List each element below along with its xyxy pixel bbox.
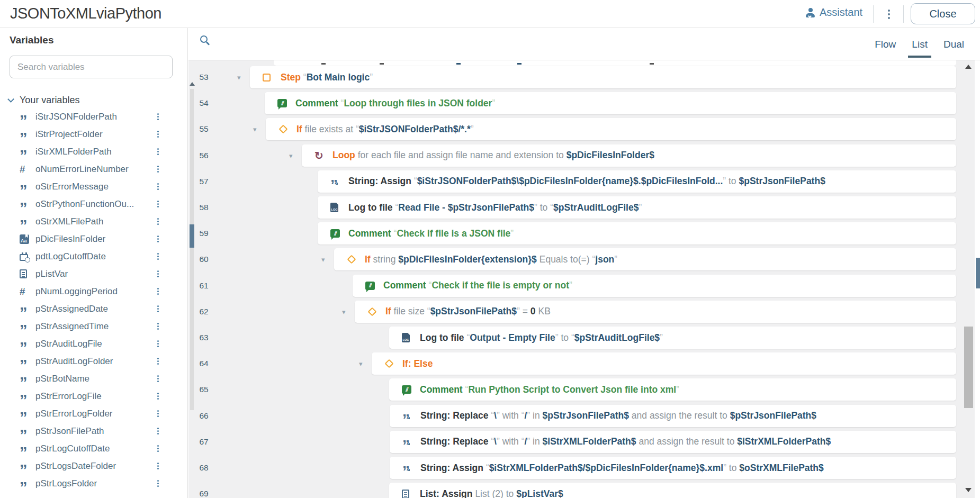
- scroll-up-arrow-icon[interactable]: [190, 82, 195, 86]
- variable-kebab-menu[interactable]: [154, 340, 161, 348]
- variable-kebab-menu[interactable]: [154, 287, 161, 296]
- variable-kebab-menu[interactable]: [154, 113, 161, 121]
- tab-dual[interactable]: Dual: [942, 39, 965, 50]
- action-row-66[interactable]: ”String: Replace “\” with “/” in $pStrJs…: [390, 405, 956, 427]
- if-action-icon: [384, 360, 402, 367]
- line-number: 66: [193, 411, 214, 421]
- list-scrollbar-track[interactable]: [963, 60, 975, 498]
- variable-kebab-menu[interactable]: [154, 427, 161, 436]
- collapse-chevron-icon[interactable]: ▾: [359, 360, 363, 367]
- action-row-64[interactable]: If: Else: [372, 352, 956, 375]
- variable-row-pStrJsonFilePath[interactable]: ”pStrJsonFilePath: [0, 422, 188, 440]
- variable-row-pStrAssignedTime[interactable]: ”pStrAssignedTime: [0, 318, 188, 335]
- action-row-63[interactable]: Log to file “Output - Empty File” to “$p…: [389, 327, 956, 349]
- variable-kebab-menu[interactable]: [154, 148, 161, 156]
- variable-row-pStrLogCutoffDate[interactable]: ”pStrLogCutoffDate: [0, 440, 188, 457]
- tab-list[interactable]: List: [911, 39, 929, 50]
- action-row-text: String: Assign “$iStrXMLFolderPath$/$pDi…: [420, 463, 824, 474]
- variable-name: oStrPythonFunctionOu...: [35, 199, 154, 210]
- variable-kebab-menu[interactable]: [154, 183, 161, 191]
- header-divider: [873, 5, 874, 23]
- variable-row-oNumErrorLineNumber[interactable]: #oNumErrorLineNumber: [0, 160, 188, 178]
- action-row-57[interactable]: ”String: Assign “$iStrJSONFolderPath$\$p…: [318, 170, 956, 193]
- variable-kebab-menu[interactable]: [154, 375, 161, 383]
- string-action-icon: ”: [402, 440, 420, 444]
- variable-kebab-menu[interactable]: [154, 322, 161, 331]
- scroll-up-arrow-icon[interactable]: [965, 65, 972, 69]
- variable-kebab-menu[interactable]: [154, 357, 161, 366]
- scroll-down-arrow-icon[interactable]: [965, 488, 972, 492]
- variable-row-oStrErrorMessage[interactable]: ”oStrErrorMessage: [0, 178, 188, 195]
- assistant-button[interactable]: Assistant: [806, 6, 862, 19]
- variable-row-pStrErrorLogFolder[interactable]: ”pStrErrorLogFolder: [0, 405, 188, 422]
- action-row-54[interactable]: //Comment “Loop through files in JSON fo…: [265, 92, 956, 114]
- variable-kebab-menu[interactable]: [154, 218, 161, 226]
- variable-name: iStrXMLFolderPath: [35, 147, 154, 157]
- action-row-56[interactable]: ↻Loop for each file and assign file name…: [302, 144, 956, 167]
- variable-row-pNumLoggingPeriod[interactable]: #pNumLoggingPeriod: [0, 283, 188, 300]
- your-variables-section-toggle[interactable]: Your variables: [8, 95, 79, 106]
- variable-name: pStrAssignedDate: [35, 304, 154, 314]
- variable-row-oStrXMLFilePath[interactable]: ”oStrXMLFilePath: [0, 213, 188, 230]
- list-scrollbar-thumb[interactable]: [964, 327, 973, 408]
- variable-kebab-menu[interactable]: [154, 462, 161, 470]
- action-row-67[interactable]: ”String: Replace “\” with “/” in $iStrXM…: [390, 431, 956, 453]
- variable-row-partial[interactable]: ”: [0, 492, 188, 498]
- variable-row-pDicFilesInFolder[interactable]: AapDicFilesInFolder: [0, 230, 188, 248]
- variable-row-iStrXMLFolderPath[interactable]: ”iStrXMLFolderPath: [0, 143, 188, 160]
- sidebar-scrollbar-track[interactable]: [190, 89, 194, 410]
- variable-kebab-menu[interactable]: [154, 165, 161, 174]
- variable-kebab-menu[interactable]: [154, 130, 161, 139]
- variable-kebab-menu[interactable]: [154, 235, 161, 243]
- line-number: 62: [193, 307, 214, 316]
- variables-search-input[interactable]: [10, 56, 173, 78]
- collapse-chevron-icon[interactable]: ▾: [253, 126, 257, 133]
- action-row-59[interactable]: //Comment “Check if file is a JSON file”: [318, 222, 956, 245]
- search-icon[interactable]: [200, 35, 208, 43]
- variable-row-pStrAuditLogFolder[interactable]: ”pStrAuditLogFolder: [0, 352, 188, 370]
- sidebar-scrollbar-thumb[interactable]: [190, 224, 194, 248]
- action-row-61[interactable]: //Comment “Check if the file is empty or…: [353, 275, 956, 297]
- action-row-58[interactable]: Log to file “Read File - $pStrJsonFilePa…: [318, 196, 956, 219]
- variable-row-pListVar[interactable]: pListVar: [0, 265, 188, 283]
- variable-kebab-menu[interactable]: [154, 410, 161, 418]
- variable-row-pdtLogCutoffDate[interactable]: pdtLogCutoffDate: [0, 248, 188, 265]
- tab-flow[interactable]: Flow: [874, 39, 897, 50]
- variable-kebab-menu[interactable]: [154, 479, 161, 488]
- variable-kebab-menu[interactable]: [154, 200, 161, 209]
- variables-list: ”iStrJSONFolderPath”iStrProjectFolder”iS…: [0, 108, 188, 498]
- action-row-53[interactable]: Step “Bot Main logic”: [250, 66, 956, 88]
- variable-kebab-menu[interactable]: [154, 305, 161, 313]
- variable-kebab-menu[interactable]: [154, 270, 161, 278]
- variable-kebab-menu[interactable]: [154, 392, 161, 401]
- variable-kebab-menu[interactable]: [154, 252, 161, 261]
- action-row-68[interactable]: ”String: Assign “$iStrXMLFolderPath$/$pD…: [390, 457, 956, 479]
- line-number: 67: [193, 437, 214, 447]
- loop-action-icon: ↻: [314, 150, 332, 161]
- action-row-60[interactable]: If string $pDicFilesInFolder{extension}$…: [334, 248, 956, 270]
- collapse-chevron-icon[interactable]: ▾: [342, 309, 346, 315]
- page-scrollbar-thumb[interactable]: [976, 258, 980, 288]
- collapse-chevron-icon[interactable]: ▾: [321, 256, 325, 263]
- overflow-menu-button[interactable]: [884, 8, 894, 21]
- variable-row-pStrAssignedDate[interactable]: ”pStrAssignedDate: [0, 300, 188, 318]
- comment-action-icon: //: [402, 385, 420, 394]
- close-button[interactable]: Close: [911, 3, 975, 24]
- if-action-icon: [367, 309, 385, 315]
- variable-kebab-menu[interactable]: [154, 445, 161, 453]
- variable-row-iStrJSONFolderPath[interactable]: ”iStrJSONFolderPath: [0, 108, 188, 125]
- variable-row-pStrLogsFolder[interactable]: ”pStrLogsFolder: [0, 475, 188, 492]
- action-row-65[interactable]: //Comment “Run Python Script to Convert …: [389, 378, 956, 401]
- action-row-55[interactable]: If file exists at “$iStrJSONFolderPath$/…: [266, 118, 956, 140]
- variable-row-iStrProjectFolder[interactable]: ”iStrProjectFolder: [0, 125, 188, 143]
- variable-row-oStrPythonFunctionOu...[interactable]: ”oStrPythonFunctionOu...: [0, 195, 188, 213]
- variable-row-pStrAuditLogFile[interactable]: ”pStrAuditLogFile: [0, 335, 188, 352]
- action-row-partial[interactable]: [274, 60, 956, 66]
- variable-row-pStrErrorLogFile[interactable]: ”pStrErrorLogFile: [0, 387, 188, 405]
- collapse-chevron-icon[interactable]: ▾: [237, 74, 241, 81]
- action-row-69[interactable]: List: Assign List (2) to $pListVar$: [389, 483, 956, 498]
- variable-row-pStrLogsDateFolder[interactable]: ”pStrLogsDateFolder: [0, 457, 188, 475]
- collapse-chevron-icon[interactable]: ▾: [289, 152, 293, 159]
- action-row-62[interactable]: If file size “$pStrJsonFilePath$” = 0 KB: [355, 301, 956, 323]
- variable-row-pStrBotName[interactable]: ”pStrBotName: [0, 370, 188, 387]
